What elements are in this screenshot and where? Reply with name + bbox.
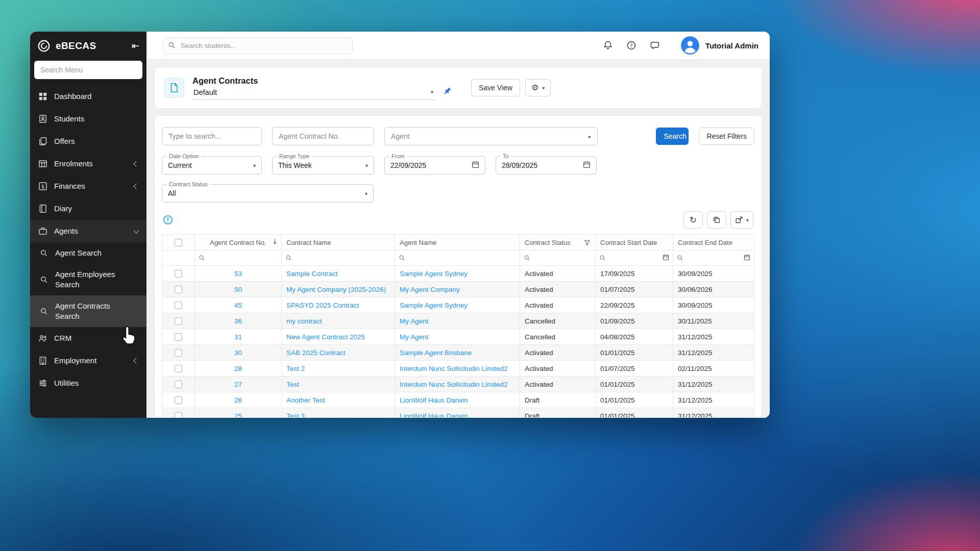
sidebar-item-agents[interactable]: Agents xyxy=(30,220,146,242)
select-all-checkbox[interactable] xyxy=(175,239,182,246)
from-date-input[interactable]: From 22/09/2025 xyxy=(384,156,485,174)
sidebar-item-agent-employees-search[interactable]: Agent Employees Search xyxy=(30,264,146,295)
copy-button[interactable] xyxy=(707,211,726,229)
sidebar-item-agent-contracts-search[interactable]: Agent Contracts Search xyxy=(30,295,146,327)
table-row[interactable]: 26 Another Test LionWolf Haus Darwin Dra… xyxy=(162,392,754,408)
column-filter-icon[interactable] xyxy=(584,239,591,246)
column-search-date-input[interactable] xyxy=(599,254,669,262)
column-header-contract-no[interactable]: Agent Contract No. xyxy=(210,239,266,246)
column-search-input[interactable] xyxy=(524,255,592,261)
table-row[interactable]: 45 SPASYD 2025 Contract Sample Agent Syd… xyxy=(162,297,754,313)
column-search-input[interactable] xyxy=(285,255,391,261)
agent-name-link[interactable]: Interdum Nunc Sollicitudin Limited2 xyxy=(400,381,508,388)
sidebar-item-crm[interactable]: CRM xyxy=(30,327,146,349)
sidebar-item-enrolments[interactable]: Enrolments xyxy=(30,153,146,175)
column-header-agent-name[interactable]: Agent Name xyxy=(400,239,436,246)
contract-name-link[interactable]: Test 2 xyxy=(286,365,305,372)
contract-name-link[interactable]: SPASYD 2025 Contract xyxy=(286,302,359,309)
sidebar-item-agent-search[interactable]: Agent Search xyxy=(30,242,146,264)
agent-name-link[interactable]: My Agent xyxy=(400,333,428,341)
contract-name-link[interactable]: my contract xyxy=(286,317,322,325)
row-checkbox[interactable] xyxy=(175,365,182,372)
contract-no-link[interactable]: 36 xyxy=(234,317,242,325)
row-checkbox[interactable] xyxy=(175,302,182,309)
notifications-bell-icon[interactable] xyxy=(602,40,614,51)
table-row[interactable]: 27 Test Interdum Nunc Sollicitudin Limit… xyxy=(162,377,754,392)
table-row[interactable]: 53 Sample Contract Sample Agent Sydney A… xyxy=(162,266,754,282)
sidebar-item-offers[interactable]: Offers xyxy=(30,130,146,153)
date-option-dropdown[interactable]: Date Option Current ▾ xyxy=(162,156,262,174)
save-view-button[interactable]: Save View xyxy=(471,79,520,96)
info-icon[interactable] xyxy=(163,215,173,225)
column-search-input[interactable] xyxy=(399,255,516,261)
calendar-icon[interactable] xyxy=(744,254,750,262)
row-checkbox[interactable] xyxy=(175,381,182,388)
contract-name-link[interactable]: SAB 2025 Contract xyxy=(286,349,346,357)
row-checkbox[interactable] xyxy=(175,412,182,417)
contract-no-input[interactable] xyxy=(272,127,374,145)
menu-search-input[interactable] xyxy=(34,61,142,79)
sidebar-item-students[interactable]: Students xyxy=(30,108,146,130)
table-row[interactable]: 36 my contract My Agent Cancelled 01/09/… xyxy=(162,313,754,329)
contract-no-link[interactable]: 53 xyxy=(234,270,242,278)
row-checkbox[interactable] xyxy=(175,286,182,293)
contract-no-link[interactable]: 50 xyxy=(234,286,242,293)
row-checkbox[interactable] xyxy=(175,270,182,278)
collapse-sidebar-icon[interactable]: ⇤ xyxy=(132,41,139,51)
sidebar-item-diary[interactable]: Diary xyxy=(30,197,146,220)
contract-name-link[interactable]: Test 3 xyxy=(286,412,305,418)
agent-name-link[interactable]: Sample Agent Sydney xyxy=(400,270,468,278)
user-avatar[interactable] xyxy=(681,36,699,55)
contract-no-link[interactable]: 28 xyxy=(234,365,242,372)
row-checkbox[interactable] xyxy=(175,333,182,341)
row-checkbox[interactable] xyxy=(175,396,182,404)
table-row[interactable]: 28 Test 2 Interdum Nunc Sollicitudin Lim… xyxy=(162,361,754,377)
row-checkbox[interactable] xyxy=(175,317,182,325)
agent-name-link[interactable]: My Agent xyxy=(400,317,428,325)
agent-name-link[interactable]: Sample Agent Brisbane xyxy=(400,349,472,357)
table-row[interactable]: 25 Test 3 LionWolf Haus Darwin Draft 01/… xyxy=(162,408,754,418)
contract-no-link[interactable]: 31 xyxy=(234,333,242,341)
row-checkbox[interactable] xyxy=(175,349,182,357)
agent-name-link[interactable]: My Agent Company xyxy=(400,286,460,293)
contract-status-dropdown[interactable]: Contract Status All ▾ xyxy=(162,184,374,203)
calendar-icon[interactable] xyxy=(663,254,669,262)
column-search-date-input[interactable] xyxy=(677,254,750,262)
student-search-input[interactable] xyxy=(163,37,353,54)
range-type-dropdown[interactable]: Range Type This Week ▾ xyxy=(272,156,374,174)
reset-filters-button[interactable]: Reset Filters xyxy=(699,128,754,145)
sidebar-item-dashboard[interactable]: Dashboard xyxy=(30,85,146,108)
agent-name-link[interactable]: Sample Agent Sydney xyxy=(400,302,468,309)
help-icon[interactable]: ? xyxy=(626,40,637,51)
column-header-contract-name[interactable]: Contract Name xyxy=(286,239,331,246)
agent-dropdown[interactable]: Agent ▸ xyxy=(384,127,598,145)
text-search-input[interactable] xyxy=(162,127,262,145)
contract-name-link[interactable]: Another Test xyxy=(286,396,325,404)
table-row[interactable]: 31 New Agent Contract 2025 My Agent Canc… xyxy=(162,329,754,345)
agent-name-link[interactable]: LionWolf Haus Darwin xyxy=(400,396,468,404)
sort-descending-icon[interactable]: ↓ xyxy=(272,238,278,245)
agent-name-link[interactable]: LionWolf Haus Darwin xyxy=(400,412,468,418)
chat-icon[interactable] xyxy=(649,40,660,51)
search-button[interactable]: Search xyxy=(656,128,689,145)
column-header-contract-status[interactable]: Contract Status xyxy=(525,239,571,246)
column-header-start-date[interactable]: Contract Start Date xyxy=(600,239,657,246)
sidebar-item-employment[interactable]: Employment xyxy=(30,349,146,372)
table-row[interactable]: 30 SAB 2025 Contract Sample Agent Brisba… xyxy=(162,345,754,361)
sidebar-item-finances[interactable]: $ Finances xyxy=(30,175,146,197)
contract-no-link[interactable]: 27 xyxy=(234,381,242,388)
calendar-icon[interactable] xyxy=(583,161,591,170)
contract-no-link[interactable]: 26 xyxy=(234,396,242,404)
contract-name-link[interactable]: My Agent Company (2025-2026) xyxy=(286,286,386,293)
view-settings-button[interactable]: ⚙ ▾ xyxy=(525,79,551,96)
column-search-input[interactable] xyxy=(199,255,278,261)
contract-no-link[interactable]: 45 xyxy=(234,302,242,309)
table-row[interactable]: 50 My Agent Company (2025-2026) My Agent… xyxy=(162,282,754,297)
pin-view-icon[interactable] xyxy=(443,87,452,98)
contract-no-link[interactable]: 25 xyxy=(234,412,242,418)
contract-name-link[interactable]: New Agent Contract 2025 xyxy=(286,333,365,341)
column-header-end-date[interactable]: Contract End Date xyxy=(678,239,732,246)
to-date-input[interactable]: To 28/09/2025 xyxy=(496,156,597,174)
contract-name-link[interactable]: Test xyxy=(286,381,299,388)
calendar-icon[interactable] xyxy=(472,161,479,170)
